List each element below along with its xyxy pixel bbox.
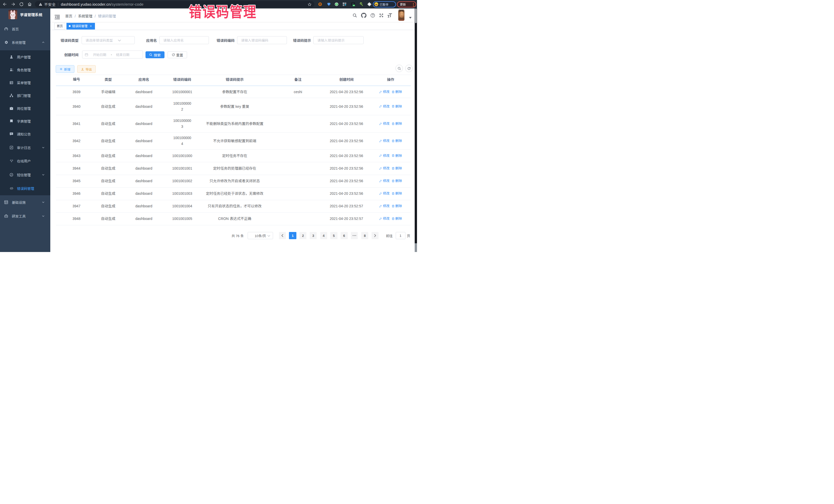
svg-text:on: on [353,5,355,6]
